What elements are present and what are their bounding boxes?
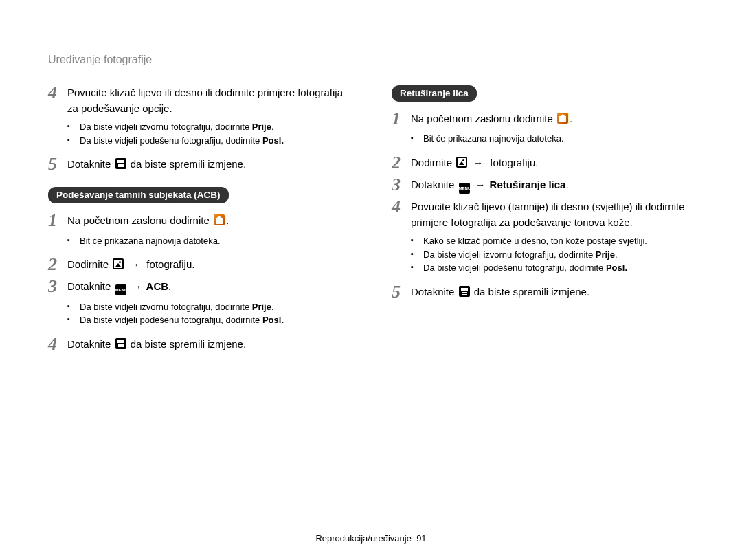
menu-icon: MENU xyxy=(459,183,470,194)
step-4: 4 Povucite klizač lijevo (tamnije) ili d… xyxy=(392,199,694,230)
step-5: 5 Dotaknite da biste spremili izmjene. xyxy=(48,157,350,173)
menu-icon: MENU xyxy=(115,284,126,295)
step-text: Na početnom zaslonu dodirnite . xyxy=(67,213,229,229)
step-number: 2 xyxy=(48,255,67,273)
columns: 4 Povucite klizač lijevo ili desno ili d… xyxy=(48,85,694,357)
bullet: Da biste vidjeli podešenu fotografiju, d… xyxy=(67,313,350,327)
bullet: Da biste vidjeli izvornu fotografiju, do… xyxy=(67,300,350,314)
step-number: 4 xyxy=(48,83,67,116)
arrow-icon: → xyxy=(129,257,139,273)
arrow-icon: → xyxy=(475,177,486,193)
step-number: 1 xyxy=(48,211,67,229)
right-column: Retuširanje lica 1 Na početnom zaslonu d… xyxy=(392,85,694,357)
bullet: Bit će prikazana najnovija datoteka. xyxy=(411,132,694,146)
step-3: 3 Dotaknite MENU→ACB. xyxy=(48,279,350,295)
bullet: Da biste vidjeli izvornu fotografiju, do… xyxy=(411,248,694,262)
step-text: Dotaknite da biste spremili izmjene. xyxy=(411,284,589,301)
home-icon xyxy=(214,214,225,225)
step-text: Povucite klizač lijevo ili desno ili dod… xyxy=(67,85,350,116)
image-icon xyxy=(113,258,124,269)
step-number: 3 xyxy=(392,175,411,194)
step-number: 3 xyxy=(48,277,67,295)
image-icon xyxy=(456,157,467,168)
page-footer: Reprodukcija/uređivanje 91 xyxy=(0,533,742,544)
bullets: Da biste vidjeli izvornu fotografiju, do… xyxy=(67,120,350,147)
step-number: 4 xyxy=(392,197,411,230)
step-number: 5 xyxy=(48,155,67,173)
step-text: Povucite klizač lijevo (tamnije) ili des… xyxy=(411,199,694,230)
footer-section: Reprodukcija/uređivanje xyxy=(315,533,411,544)
bullet: Bit će prikazana najnovija datoteka. xyxy=(67,234,350,248)
save-icon xyxy=(459,286,470,297)
step-2: 2 Dodirnite → fotografiju. xyxy=(392,155,694,172)
step-4b: 4 Dotaknite da biste spremili izmjene. xyxy=(48,337,350,353)
step-text: Dodirnite → fotografiju. xyxy=(67,257,194,273)
step-number: 5 xyxy=(392,282,411,301)
bullets: Da biste vidjeli izvornu fotografiju, do… xyxy=(67,300,350,327)
bullet: Da biste vidjeli podešenu fotografiju, d… xyxy=(411,261,694,275)
step-1: 1 Na početnom zaslonu dodirnite . xyxy=(48,213,350,229)
step-text: Dodirnite → fotografiju. xyxy=(411,155,538,172)
step-1: 1 Na početnom zaslonu dodirnite . xyxy=(392,111,694,128)
step-3: 3 Dotaknite MENU→Retuširanje lica. xyxy=(392,177,694,194)
step-4: 4 Povucite klizač lijevo ili desno ili d… xyxy=(48,85,350,116)
step-number: 1 xyxy=(392,109,411,128)
arrow-icon: → xyxy=(132,279,142,295)
bullets: Bit će prikazana najnovija datoteka. xyxy=(411,132,694,146)
arrow-icon: → xyxy=(473,155,483,171)
bullets: Bit će prikazana najnovija datoteka. xyxy=(67,234,350,248)
footer-page: 91 xyxy=(416,533,426,544)
bullet: Da biste vidjeli izvornu fotografiju, do… xyxy=(67,120,350,134)
save-icon xyxy=(115,158,126,169)
step-text: Dotaknite da biste spremili izmjene. xyxy=(67,337,246,353)
step-2: 2 Dodirnite → fotografiju. xyxy=(48,257,350,273)
step-number: 2 xyxy=(392,153,411,172)
step-text: Dotaknite da biste spremili izmjene. xyxy=(67,157,246,173)
bullets: Kako se klizač pomiče u desno, ton kože … xyxy=(411,234,694,275)
home-icon xyxy=(557,113,568,124)
section-pill-acb: Podešavanje tamnih subjekata (ACB) xyxy=(48,187,229,203)
step-text: Dotaknite MENU→Retuširanje lica. xyxy=(411,177,569,194)
bullet: Kako se klizač pomiče u desno, ton kože … xyxy=(411,234,694,248)
save-icon xyxy=(115,338,126,349)
step-text: Dotaknite MENU→ACB. xyxy=(67,279,171,295)
left-column: 4 Povucite klizač lijevo ili desno ili d… xyxy=(48,85,350,357)
step-number: 4 xyxy=(48,335,67,353)
page-title: Uređivanje fotografije xyxy=(48,54,694,66)
step-5: 5 Dotaknite da biste spremili izmjene. xyxy=(392,284,694,301)
manual-page: Uređivanje fotografije 4 Povucite klizač… xyxy=(0,0,742,560)
section-pill-face: Retuširanje lica xyxy=(392,85,477,102)
bullet: Da biste vidjeli podešenu fotografiju, d… xyxy=(67,134,350,148)
step-text: Na početnom zaslonu dodirnite . xyxy=(411,111,572,128)
